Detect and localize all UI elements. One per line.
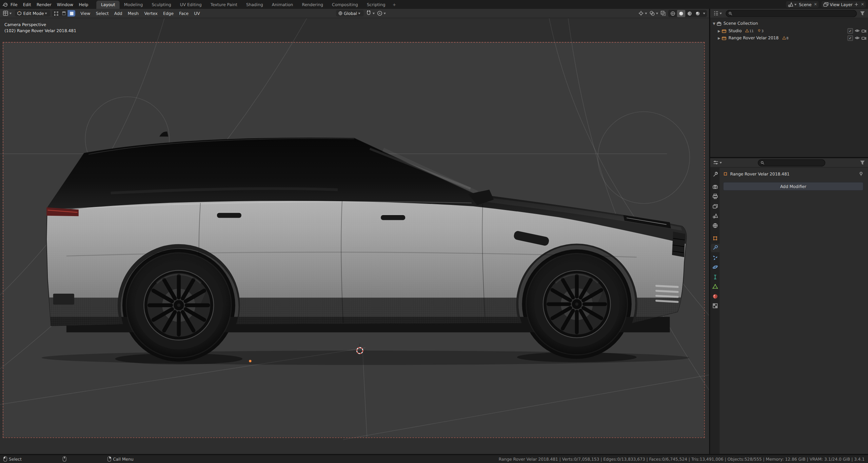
right-mouse-button-icon bbox=[107, 456, 111, 462]
outliner-row-studio[interactable]: ▶ Studio 11 bbox=[710, 27, 868, 34]
properties-editor-icon bbox=[713, 160, 718, 165]
edge-select-icon bbox=[61, 11, 66, 16]
tab-object-data-properties[interactable] bbox=[710, 282, 719, 290]
menu-view[interactable]: View bbox=[78, 11, 93, 16]
menu-window[interactable]: Window bbox=[54, 2, 76, 7]
edge-select-button[interactable] bbox=[60, 10, 68, 17]
rendered-shading-icon bbox=[695, 11, 701, 16]
view-layer-selector[interactable]: View Layer × bbox=[822, 1, 866, 8]
tab-rendering[interactable]: Rendering bbox=[297, 0, 328, 9]
front-wheel bbox=[526, 253, 628, 355]
menu-mesh[interactable]: Mesh bbox=[125, 11, 142, 16]
disable-render-camera-icon[interactable] bbox=[861, 28, 866, 33]
menu-face[interactable]: Face bbox=[176, 11, 191, 16]
proportional-editing-toggle[interactable] bbox=[376, 10, 388, 17]
menu-file[interactable]: File bbox=[8, 2, 20, 7]
menu-render[interactable]: Render bbox=[34, 2, 54, 7]
solid-shading-button[interactable] bbox=[677, 10, 685, 17]
outliner-filter-button[interactable] bbox=[859, 10, 866, 17]
hide-viewport-eye-icon[interactable] bbox=[855, 35, 860, 40]
new-layer-icon[interactable] bbox=[854, 2, 859, 7]
select-mode-group bbox=[52, 10, 76, 17]
topbar: File Edit Render Window Help Layout Mode… bbox=[0, 0, 868, 9]
mesh-data-icon bbox=[745, 29, 749, 33]
properties-search-field[interactable] bbox=[757, 159, 825, 166]
scene-icon bbox=[788, 2, 793, 7]
tab-texture-paint[interactable]: Texture Paint bbox=[206, 0, 242, 9]
outliner-row-scene-collection[interactable]: ▼ Scene Collection bbox=[710, 20, 868, 27]
menu-edge[interactable]: Edge bbox=[160, 11, 176, 16]
snap-toggle[interactable] bbox=[366, 10, 377, 17]
tab-modeling[interactable]: Modeling bbox=[120, 0, 147, 9]
tab-scripting[interactable]: Scripting bbox=[362, 0, 390, 9]
global-orientation-icon bbox=[338, 11, 343, 16]
material-preview-button[interactable] bbox=[685, 10, 693, 17]
tab-particle-properties[interactable] bbox=[710, 253, 719, 261]
modifier-panel: Range Rover Velar 2018.481 Add Modifier bbox=[719, 168, 868, 454]
disclosure-collapsed-icon[interactable]: ▶ bbox=[717, 36, 721, 40]
disable-render-camera-icon[interactable] bbox=[861, 35, 866, 40]
pin-icon[interactable] bbox=[859, 171, 864, 176]
tab-tool-properties[interactable] bbox=[710, 170, 719, 178]
transform-orientation-dropdown[interactable]: Global bbox=[336, 10, 364, 17]
filter-funnel-icon bbox=[860, 160, 865, 165]
outliner-editor-type-button[interactable] bbox=[712, 10, 724, 17]
show-gizmo-dropdown[interactable] bbox=[638, 10, 649, 17]
menu-vertex[interactable]: Vertex bbox=[141, 11, 160, 16]
disclosure-collapsed-icon[interactable]: ▶ bbox=[717, 29, 721, 33]
menubar: File Edit Render Window Help bbox=[8, 2, 91, 7]
view-layer-remove-icon[interactable]: × bbox=[861, 2, 864, 7]
properties-filter-button[interactable] bbox=[859, 159, 866, 166]
tab-view-layer-properties[interactable] bbox=[710, 202, 719, 210]
tab-sculpting[interactable]: Sculpting bbox=[147, 0, 175, 9]
scene-statistics: Range Rover Velar 2018.481 | Verts:0/7,0… bbox=[499, 457, 865, 462]
menu-add[interactable]: Add bbox=[112, 11, 125, 16]
tab-object-properties[interactable] bbox=[710, 234, 719, 242]
vertex-select-button[interactable] bbox=[52, 10, 60, 17]
overlays-dropdown[interactable] bbox=[649, 10, 660, 17]
tab-compositing[interactable]: Compositing bbox=[328, 0, 362, 9]
outliner-row-range-rover[interactable]: ▶ Range Rover Velar 2018 8 ✓ bbox=[710, 34, 868, 41]
tab-uv-editing[interactable]: UV Editing bbox=[176, 0, 206, 9]
exclude-checkbox[interactable]: ✓ bbox=[848, 28, 853, 33]
tab-layout[interactable]: Layout bbox=[97, 0, 120, 9]
scene-unlink-icon[interactable]: × bbox=[814, 2, 817, 7]
outliner-search-field[interactable] bbox=[726, 10, 857, 17]
menu-edit[interactable]: Edit bbox=[20, 2, 34, 7]
wireframe-shading-button[interactable] bbox=[669, 10, 677, 17]
viewport-3d[interactable]: Camera Perspective (102) Range Rover Vel… bbox=[0, 18, 709, 454]
tab-animation[interactable]: Animation bbox=[268, 0, 298, 9]
tab-modifier-properties[interactable] bbox=[710, 244, 719, 252]
tab-material-properties[interactable] bbox=[710, 292, 719, 300]
mode-dropdown[interactable]: Edit Mode bbox=[15, 10, 51, 17]
scene-selector[interactable]: Scene × bbox=[786, 1, 819, 8]
properties-header bbox=[710, 158, 868, 168]
tab-output-properties[interactable] bbox=[710, 192, 719, 200]
blender-logo-icon[interactable] bbox=[2, 2, 8, 7]
tab-physics-properties[interactable] bbox=[710, 263, 719, 271]
add-modifier-button[interactable]: Add Modifier bbox=[723, 182, 864, 191]
tab-world-properties[interactable] bbox=[710, 221, 719, 229]
face-select-button[interactable] bbox=[68, 10, 76, 17]
tab-scene-properties[interactable] bbox=[710, 211, 719, 219]
xray-toggle[interactable] bbox=[660, 10, 667, 17]
disclosure-expanded-icon[interactable]: ▼ bbox=[712, 22, 716, 25]
tab-texture-properties[interactable] bbox=[710, 302, 719, 310]
filter-funnel-icon bbox=[860, 10, 865, 16]
add-workspace-button[interactable]: + bbox=[390, 1, 399, 9]
hide-viewport-eye-icon[interactable] bbox=[855, 28, 860, 33]
menu-uv[interactable]: UV bbox=[191, 11, 203, 16]
exclude-checkbox[interactable]: ✓ bbox=[848, 35, 853, 41]
tab-shading[interactable]: Shading bbox=[242, 0, 268, 9]
editor-type-button[interactable] bbox=[2, 10, 14, 17]
tab-render-properties[interactable] bbox=[710, 183, 719, 191]
orientation-label: Global bbox=[344, 11, 357, 16]
rendered-shading-button[interactable] bbox=[694, 10, 702, 17]
menu-help[interactable]: Help bbox=[76, 2, 91, 7]
viewport-header: Edit Mode bbox=[0, 9, 709, 18]
tab-constraint-properties[interactable] bbox=[710, 273, 719, 281]
collection-name: Range Rover Velar 2018 bbox=[729, 35, 779, 40]
menu-select[interactable]: Select bbox=[93, 11, 112, 16]
properties-editor-type-button[interactable] bbox=[712, 159, 724, 166]
workspace-tabs: Layout Modeling Sculpting UV Editing Tex… bbox=[97, 0, 399, 9]
